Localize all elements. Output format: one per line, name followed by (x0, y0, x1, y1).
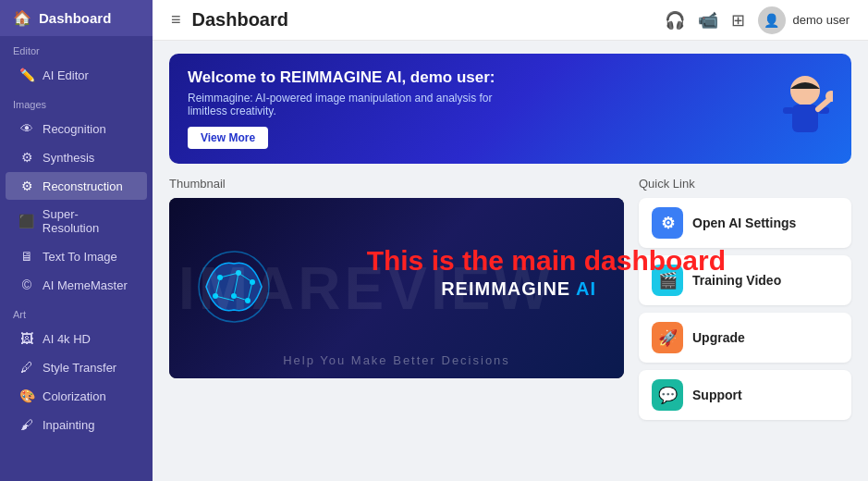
section-label-editor: Editor (0, 36, 153, 60)
brain-icon (188, 245, 280, 328)
quicklink-label: Upgrade (692, 330, 745, 345)
ai-mememaster-icon: © (18, 278, 35, 292)
user-name: demo user (793, 13, 850, 27)
sidebar-section-art: Art 🖼 AI 4k HD 🖊 Style Transfer 🎨 Colori… (0, 300, 153, 439)
inpainting-icon: 🖌 (18, 417, 35, 432)
ai-4k-hd-icon: 🖼 (18, 331, 35, 346)
sidebar-section-editor: Editor ✏️ AI Editor (0, 36, 153, 90)
sidebar-item-label: AI 4k HD (43, 332, 91, 346)
quicklink-training-video[interactable]: 🎬 Training Video (639, 255, 851, 305)
reconstruction-icon: ⚙ (18, 179, 35, 193)
svg-point-0 (790, 76, 820, 105)
svg-point-19 (245, 298, 251, 303)
sidebar-item-label: Text To Image (43, 250, 117, 264)
video-icon[interactable]: 📹 (698, 10, 718, 31)
svg-point-15 (236, 270, 241, 276)
svg-point-16 (250, 279, 255, 285)
avatar: 👤 (758, 6, 786, 34)
sidebar-item-super-resolution[interactable]: ⬛ Super-Resolution (6, 201, 147, 241)
super-resolution-icon: ⬛ (18, 214, 35, 228)
quicklink-list: ⚙ Open AI Settings 🎬 Training Video 🚀 Up… (639, 198, 851, 420)
home-icon: 🏠 (13, 9, 31, 27)
quicklink-label: Support (692, 388, 742, 402)
svg-rect-1 (792, 105, 818, 132)
headset-icon[interactable]: 🎧 (665, 10, 685, 31)
topbar-icons: 🎧 📹 ⊞ 👤 demo user (665, 6, 850, 34)
welcome-subtext: Reimmagine: AI-powered image manipulatio… (188, 92, 520, 117)
sidebar-title: Dashboard (39, 10, 111, 26)
welcome-heading: Welcome to REIMMAGINE AI, demo user: (188, 68, 520, 87)
ai-editor-icon: ✏️ (18, 68, 35, 82)
svg-rect-2 (783, 107, 794, 114)
sidebar-item-label: Super-Resolution (43, 207, 134, 235)
page-title: Dashboard (192, 9, 654, 31)
quicklinks-section: Quick Link ⚙ Open AI Settings 🎬 Training… (639, 177, 851, 420)
sidebar-item-style-transfer[interactable]: 🖊 Style Transfer (6, 353, 147, 381)
user-menu[interactable]: 👤 demo user (758, 6, 850, 34)
main-content: ≡ Dashboard 🎧 📹 ⊞ 👤 demo user Welcome to… (153, 0, 868, 481)
welcome-banner: Welcome to REIMMAGINE AI, demo user: Rei… (169, 54, 851, 164)
support-icon: 💬 (652, 379, 683, 411)
synthesis-icon: ⚙ (18, 150, 35, 165)
view-more-button[interactable]: View More (188, 127, 268, 149)
dashboard-lower: Thumbnail (169, 177, 851, 420)
sidebar-item-recognition[interactable]: 👁 Recognition (6, 115, 147, 142)
sidebar-section-images: Images 👁 Recognition ⚙ Synthesis ⚙ Recon… (0, 90, 153, 300)
sidebar-item-colorization[interactable]: 🎨 Colorization (6, 382, 147, 410)
grid-icon[interactable]: ⊞ (731, 10, 745, 31)
text-to-image-icon: 🖥 (18, 249, 35, 264)
sidebar-item-label: Colorization (43, 389, 106, 403)
sidebar-item-label: Inpainting (43, 418, 94, 432)
sidebar-item-ai-editor[interactable]: ✏️ AI Editor (6, 61, 147, 89)
sidebar-item-label: Reconstruction (43, 179, 123, 193)
recognition-icon: 👁 (18, 121, 35, 136)
sidebar-item-label: AI Editor (43, 68, 89, 82)
upgrade-icon: 🚀 (652, 322, 683, 353)
sidebar: 🏠 Dashboard Editor ✏️ AI Editor Images 👁… (0, 0, 153, 481)
svg-point-17 (213, 293, 218, 299)
colorization-icon: 🎨 (18, 388, 35, 403)
welcome-character (750, 72, 833, 146)
quicklink-upgrade[interactable]: 🚀 Upgrade (639, 313, 851, 363)
sidebar-item-label: Recognition (43, 122, 106, 136)
quicklink-label: Open AI Settings (692, 216, 796, 230)
section-label-images: Images (0, 90, 153, 114)
hamburger-icon[interactable]: ≡ (171, 10, 181, 30)
sidebar-item-reconstruction[interactable]: ⚙ Reconstruction (6, 172, 147, 200)
sidebar-item-synthesis[interactable]: ⚙ Synthesis (6, 143, 147, 171)
thumbnail-box: REIMMAGINE AI Help You Make Better Decis… (169, 198, 624, 378)
sidebar-item-label: Synthesis (43, 151, 94, 165)
character-illustration (750, 72, 833, 155)
thumbnail-section-label: Thumbnail (169, 177, 624, 191)
sidebar-item-inpainting[interactable]: 🖌 Inpainting (6, 411, 147, 438)
sidebar-item-label: AI MemeMaster (43, 278, 128, 292)
quicklink-open-ai-settings[interactable]: ⚙ Open AI Settings (639, 198, 851, 248)
training-video-icon: 🎬 (652, 265, 683, 296)
sidebar-item-ai-4k-hd[interactable]: 🖼 AI 4k HD (6, 325, 147, 352)
welcome-text: Welcome to REIMMAGINE AI, demo user: Rei… (188, 68, 520, 149)
sidebar-item-text-to-image[interactable]: 🖥 Text To Image (6, 242, 147, 270)
svg-point-18 (231, 293, 237, 299)
style-transfer-icon: 🖊 (18, 360, 35, 375)
content-area: Welcome to REIMMAGINE AI, demo user: Rei… (153, 41, 868, 481)
sidebar-header[interactable]: 🏠 Dashboard (0, 0, 153, 36)
quicklink-label: Training Video (692, 273, 781, 288)
open-ai-settings-icon: ⚙ (652, 207, 683, 239)
quicklinks-section-label: Quick Link (639, 177, 851, 191)
quicklink-support[interactable]: 💬 Support (639, 370, 851, 420)
sidebar-item-ai-mememaster[interactable]: © AI MemeMaster (6, 271, 147, 299)
help-text: Help You Make Better Decisions (169, 353, 624, 367)
topbar: ≡ Dashboard 🎧 📹 ⊞ 👤 demo user (153, 0, 868, 41)
thumbnail-section: Thumbnail (169, 177, 624, 420)
svg-point-14 (217, 275, 223, 280)
logo-text: REIMMAGINE AI (441, 278, 596, 299)
sidebar-item-label: Style Transfer (43, 361, 116, 375)
section-label-art: Art (0, 300, 153, 324)
